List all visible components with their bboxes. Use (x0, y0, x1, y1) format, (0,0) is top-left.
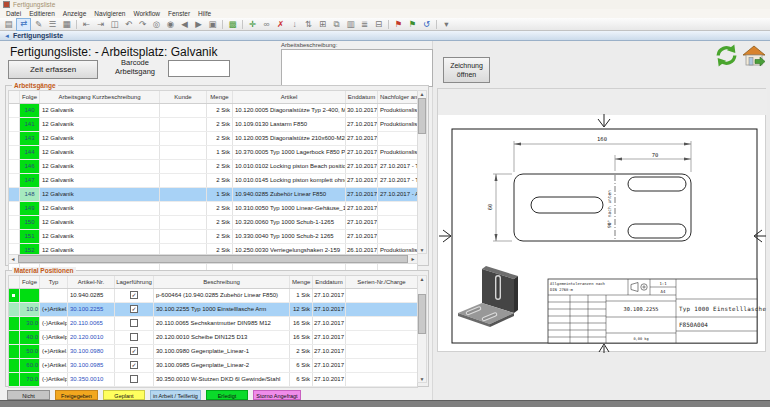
scroll-up-icon[interactable]: ▲ (418, 91, 426, 97)
delete-icon[interactable]: ✗ (274, 19, 287, 30)
table-row[interactable]: 30.0(-)Artikelp...20.110.006520.110.0065… (9, 317, 417, 331)
legend-storno-angefragt[interactable]: Storno Angefragt (253, 390, 301, 400)
barcode-input[interactable] (168, 60, 230, 77)
menu-datei[interactable]: Datei (2, 10, 25, 17)
chart-icon[interactable]: ▥ (344, 19, 357, 30)
column-header[interactable]: Enddatum (313, 276, 346, 288)
column-header[interactable]: Enddatum (346, 91, 378, 103)
table-row[interactable]: 14112 Galvanik2 Stk10.109.0130 Lastarm F… (9, 118, 417, 132)
column-header[interactable]: Folge (20, 91, 40, 103)
prev-record-icon[interactable]: ◀ (178, 19, 191, 30)
legend-in-arbeit-teilfertig[interactable]: in Arbeit / Teilfertig (150, 390, 201, 400)
scroll-down-icon[interactable]: ▼ (418, 247, 426, 253)
transfer-icon[interactable]: ⇅ (302, 19, 315, 30)
lagerfuehrung-checkbox[interactable]: ✓ (130, 305, 138, 313)
report-icon[interactable]: ≣ (358, 19, 371, 30)
table-row[interactable]: 14712 Galvanik2 Stk10.010.0145 Locking p… (9, 174, 417, 188)
column-header[interactable]: Folge (20, 276, 40, 288)
grid-view-icon[interactable]: ▦ (60, 19, 73, 30)
table-row[interactable]: 50.0(+)Artikel...30.100.0980✓30.100.0980… (9, 345, 417, 359)
menu-fenster[interactable]: Fenster (164, 10, 194, 17)
table-row[interactable]: 10.940.0285✓p-600464 (10.940.0285 Zubehö… (9, 289, 417, 303)
zeichnung-oeffnen-button[interactable]: Zeichnung öffnen (443, 57, 490, 83)
table-row[interactable]: 14312 Galvanik2 Stk10.120.0035 Diagonals… (9, 132, 417, 146)
flag-green-icon[interactable]: ⚑ (406, 19, 419, 30)
zeit-erfassen-button[interactable]: Zeit erfassen (8, 60, 98, 79)
legend-geplant[interactable]: Geplant (103, 390, 145, 400)
column-header[interactable]: Lagerführung (115, 276, 154, 288)
arbeitsgaenge-hscrollbar[interactable]: ◄ ► (8, 254, 418, 264)
row-selector[interactable] (9, 132, 20, 145)
lagerfuehrung-checkbox[interactable] (130, 333, 138, 341)
search-icon[interactable]: ◎ (150, 19, 163, 30)
row-selector[interactable] (9, 289, 20, 302)
row-selector[interactable] (9, 303, 20, 316)
flag-red-icon[interactable]: ⚑ (392, 19, 405, 30)
link-icon[interactable]: ∞ (260, 19, 273, 30)
form-icon[interactable]: ⊞ (316, 19, 329, 30)
column-header[interactable]: Serien-Nr./Charge (346, 276, 417, 288)
switch-view-icon[interactable]: ⇄ (16, 18, 31, 31)
row-selector[interactable] (9, 373, 20, 386)
row-selector[interactable] (9, 160, 20, 173)
next-record-icon[interactable]: ▶ (192, 19, 205, 30)
column-header[interactable]: Artikel-Nr. (68, 276, 115, 288)
table-row[interactable]: 14412 Galvanik1 Stk10.370.0005 Typ 1000 … (9, 146, 417, 160)
stop-icon[interactable]: ▣ (206, 19, 219, 30)
column-header[interactable]: Menge (290, 276, 313, 288)
table-row[interactable]: 70.0(-)Artikelp...30.350.001030.350.0010… (9, 373, 417, 387)
row-selector[interactable] (9, 345, 20, 358)
table-row[interactable]: 15012 Galvanik2 Stk10.320.0060 Typ 1000 … (9, 216, 417, 230)
legend-nicht-freigegeben[interactable]: Nicht freigegeben (7, 390, 50, 400)
list-view-icon[interactable]: ☰ (46, 19, 59, 30)
scrollbar-thumb[interactable] (418, 294, 426, 334)
undo-all-icon[interactable]: ↺ (420, 19, 433, 30)
row-selector[interactable] (9, 188, 20, 201)
legend-erledigt[interactable]: Erledigt (206, 390, 248, 400)
find-next-icon[interactable]: ◉ (164, 19, 177, 30)
lagerfuehrung-checkbox[interactable]: ✓ (130, 361, 138, 369)
download-icon[interactable]: ↓ (288, 19, 301, 30)
lagerfuehrung-checkbox[interactable] (130, 319, 138, 327)
menu-hilfe[interactable]: Hilfe (194, 10, 215, 17)
copy-icon[interactable]: ⧉ (330, 19, 343, 30)
print-icon[interactable]: ▤ (2, 19, 15, 30)
arbeitsgaenge-vscrollbar[interactable]: ▲ ▼ (417, 90, 427, 254)
more-icon[interactable]: ▾ (440, 19, 453, 30)
table-row[interactable]: 15112 Galvanik2 Stk10.330.0040 Typ 1000 … (9, 230, 417, 244)
refresh-icon[interactable] (714, 43, 739, 68)
row-selector[interactable] (9, 104, 20, 117)
home-exit-icon[interactable] (742, 44, 766, 68)
row-selector[interactable] (9, 118, 20, 131)
last-record-icon[interactable]: ⇥ (94, 19, 107, 30)
table-icon[interactable]: ⊟ (372, 19, 385, 30)
column-header[interactable]: Nachfolger am (378, 91, 417, 103)
material-vscrollbar[interactable]: ▲ ▼ (417, 275, 427, 383)
save-icon[interactable]: ◫ (108, 19, 121, 30)
scroll-right-icon[interactable]: ► (409, 256, 417, 262)
table-row[interactable]: 14012 Galvanik2 Stk10.120.0005 Diagonals… (9, 104, 417, 118)
arbeitsbeschreibung-textarea[interactable] (281, 49, 433, 87)
table-row[interactable]: 60.0(+)Artikel...30.100.0985✓30.100.0985… (9, 359, 417, 373)
scroll-up-icon[interactable]: ▲ (418, 276, 426, 282)
column-header[interactable]: Typ (40, 276, 68, 288)
column-header[interactable]: Beschreibung (154, 276, 290, 288)
scroll-down-icon[interactable]: ▼ (418, 376, 426, 382)
lagerfuehrung-checkbox[interactable] (130, 375, 138, 383)
table-row[interactable]: 40.0(-)Artikelp...20.120.001020.120.0010… (9, 331, 417, 345)
scrollbar-thumb[interactable] (18, 255, 408, 263)
image-icon[interactable]: ▩ (226, 19, 239, 30)
row-selector[interactable] (9, 317, 20, 330)
scrollbar-thumb[interactable] (418, 98, 426, 134)
menu-workflow[interactable]: Workflow (129, 10, 164, 17)
legend-freigegeben[interactable]: Freigegeben (55, 390, 98, 400)
row-selector[interactable] (9, 216, 20, 229)
row-selector[interactable] (9, 359, 20, 372)
scroll-left-icon[interactable]: ◄ (9, 256, 17, 262)
row-selector[interactable] (9, 202, 20, 215)
column-header[interactable]: Kunde (160, 91, 207, 103)
first-record-icon[interactable]: ⇤ (80, 19, 93, 30)
menu-anzeige[interactable]: Anzeige (59, 10, 91, 17)
row-selector[interactable] (9, 230, 20, 243)
lagerfuehrung-checkbox[interactable]: ✓ (130, 291, 138, 299)
